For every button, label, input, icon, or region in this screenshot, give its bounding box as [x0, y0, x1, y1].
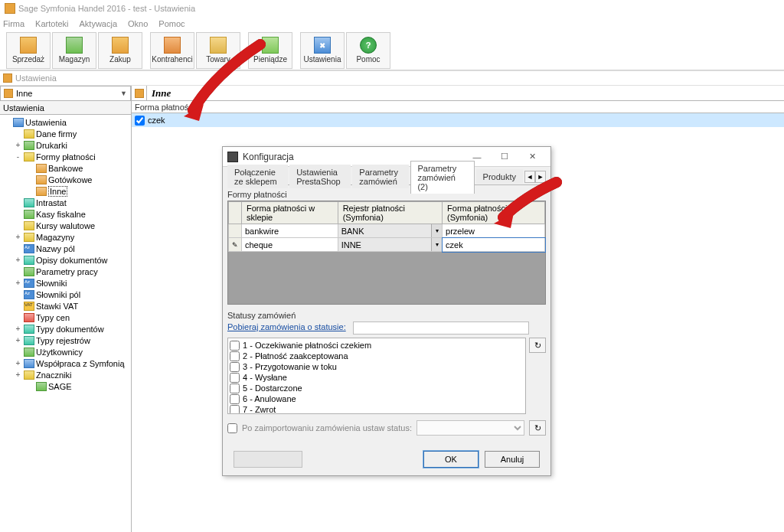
close-button[interactable]: ✕ [518, 149, 546, 165]
status-list-item[interactable]: 2 - Płatność zaakceptowana [230, 351, 524, 361]
tree-item-label: Użytkownicy [36, 348, 83, 357]
tab-scroll-left[interactable]: ◄ [524, 171, 535, 183]
tree-expander[interactable]: + [14, 325, 22, 333]
tab-order-params-2[interactable]: Parametry zamówień (2) [410, 161, 474, 194]
chevron-down-icon[interactable]: ▾ [431, 224, 442, 237]
tree-item[interactable]: +Magazyny [0, 231, 131, 243]
tree-expander[interactable]: + [14, 336, 22, 344]
tab-order-params[interactable]: Parametry zamówień [352, 165, 409, 188]
grid-cell-register[interactable]: INNE▾ [338, 238, 442, 252]
status-filter-input[interactable] [353, 321, 529, 335]
toolbar-zakup[interactable]: Zakup [98, 32, 142, 69]
tree-expander[interactable]: + [14, 279, 22, 287]
grid-header-register[interactable]: Rejestr płatności (Symfonia) [338, 202, 442, 224]
grid-cell-shop[interactable]: cheque [242, 238, 338, 252]
status-checkbox[interactable] [230, 383, 240, 393]
payment-form-checkbox[interactable] [135, 116, 145, 126]
tree-expander[interactable]: + [14, 233, 22, 241]
grid-cell-form[interactable]: przelew [443, 224, 545, 238]
tree-item[interactable]: Ustawienia [0, 116, 131, 128]
menu-pomoc[interactable]: Pomoc [158, 19, 185, 28]
toolbar-towary[interactable]: Towary [196, 32, 240, 69]
tree-expander[interactable]: + [14, 370, 22, 379]
cancel-button[interactable]: Anuluj [485, 451, 540, 468]
tree-item[interactable]: VATStawki VAT [0, 300, 131, 312]
toolbar-sprzedaz[interactable]: Sprzedaż [6, 32, 51, 69]
maximize-button[interactable]: ☐ [491, 149, 518, 165]
tab-connection[interactable]: Połączenie ze sklepem [227, 165, 288, 188]
status-checkbox[interactable] [230, 341, 240, 351]
menu-aktywacja[interactable]: Aktywacja [80, 19, 118, 28]
tree-item[interactable]: Kursy walutowe [0, 220, 131, 231]
tree-item[interactable]: Kasy fiskalne [0, 208, 131, 220]
status-checkbox[interactable] [230, 351, 240, 361]
status-list-item[interactable]: 3 - Przygotowanie w toku [230, 361, 524, 372]
toolbar-magazyn[interactable]: Magazyn [52, 32, 96, 69]
grid-header-form[interactable]: Forma płatności (Symfonia) [443, 202, 545, 224]
status-fetch-link[interactable]: Pobieraj zamówienia o statusie: [227, 322, 346, 331]
tree-item-label: Opisy dokumentów [36, 256, 108, 265]
payment-forms-grid[interactable]: Forma płatności w sklepie Rejestr płatno… [227, 201, 546, 305]
toolbar-kontrahenci[interactable]: Kontrahenci [150, 32, 194, 69]
tree-item[interactable]: +Typy dokumentów [0, 323, 131, 335]
grid-cell-form[interactable]: czek [443, 238, 545, 252]
dialog-extra-button[interactable] [234, 451, 302, 468]
status-list-item[interactable]: 5 - Dostarczone [230, 383, 524, 393]
grid-row-header[interactable] [229, 224, 242, 238]
status-checkbox[interactable] [230, 362, 240, 372]
tree-expander[interactable]: + [14, 359, 22, 367]
tree-item[interactable]: Bankowe [0, 162, 131, 174]
tree-expander[interactable]: + [14, 256, 22, 264]
status-list[interactable]: 1 - Oczekiwanie płatności czekiem2 - Pła… [227, 338, 526, 414]
tree-item[interactable]: Parametry pracy [0, 266, 131, 277]
tab-products[interactable]: Produkty [476, 169, 523, 184]
tree-item[interactable]: +Znaczniki [0, 369, 131, 380]
menu-firma[interactable]: Firma [3, 19, 24, 28]
grid-row-header[interactable]: ✎ [229, 238, 242, 252]
after-import-select[interactable] [416, 420, 524, 436]
tree-item[interactable]: +AzSłowniki [0, 277, 131, 289]
tree-item[interactable]: Gotówkowe [0, 174, 131, 185]
tree-item[interactable]: AzSłowniki pól [0, 289, 131, 300]
payment-form-row[interactable]: czek [132, 113, 784, 127]
refresh-after-import-button[interactable]: ↻ [529, 420, 546, 436]
tab-prestashop[interactable]: Ustawienia PrestaShop [289, 165, 351, 188]
grid-cell-register[interactable]: BANK▾ [338, 224, 442, 238]
tree-item[interactable]: +Współpraca z Symfonią [0, 357, 131, 369]
toolbar-ustawienia[interactable]: Ustawienia [300, 32, 345, 69]
tree-item[interactable]: Intrastat [0, 197, 131, 208]
tree-item[interactable]: Inne [0, 185, 131, 197]
status-list-item[interactable]: 6 - Anulowane [230, 393, 524, 404]
tree-item[interactable]: +Drukarki [0, 139, 131, 151]
tree-item[interactable]: AzNazwy pól [0, 243, 131, 254]
tree-item[interactable]: +Typy rejestrów [0, 335, 131, 346]
status-checkbox[interactable] [230, 405, 240, 415]
chevron-down-icon[interactable]: ▾ [431, 238, 442, 251]
after-import-checkbox[interactable] [227, 423, 237, 433]
menu-kartoteki[interactable]: Kartoteki [35, 19, 68, 28]
status-list-item[interactable]: 4 - Wysłane [230, 372, 524, 383]
tree-item[interactable]: Dane firmy [0, 128, 131, 139]
status-checkbox[interactable] [230, 373, 240, 383]
tab-scroll-right[interactable]: ► [535, 171, 546, 183]
status-checkbox[interactable] [230, 394, 240, 404]
tree-item[interactable]: Typy cen [0, 312, 131, 323]
toolbar-pieniadze[interactable]: Pieniądze [248, 32, 292, 69]
tree-item[interactable]: SAGE [0, 380, 131, 392]
grid-cell-shop[interactable]: bankwire [242, 224, 338, 238]
status-list-item[interactable]: 7 - Zwrot [230, 404, 524, 414]
settings-tree[interactable]: UstawieniaDane firmy+Drukarki-Formy płat… [0, 115, 131, 532]
toolbar-pomoc[interactable]: Pomoc [346, 32, 390, 69]
window-title: Sage Symfonia Handel 2016 - test - Ustaw… [18, 4, 195, 13]
tree-expander[interactable]: + [14, 141, 22, 149]
tree-item[interactable]: +Opisy dokumentów [0, 254, 131, 266]
tree-item[interactable]: -Formy płatności [0, 151, 131, 162]
status-list-item[interactable]: 1 - Oczekiwanie płatności czekiem [230, 340, 524, 351]
category-dropdown[interactable]: Inne ▼ [0, 86, 131, 101]
ok-button[interactable]: OK [423, 451, 479, 468]
tree-item[interactable]: Użytkownicy [0, 346, 131, 357]
refresh-statuses-button[interactable]: ↻ [529, 338, 546, 353]
menu-okno[interactable]: Okno [128, 19, 148, 28]
tree-expander[interactable]: - [14, 152, 22, 161]
grid-header-shop[interactable]: Forma płatności w sklepie [242, 202, 338, 224]
